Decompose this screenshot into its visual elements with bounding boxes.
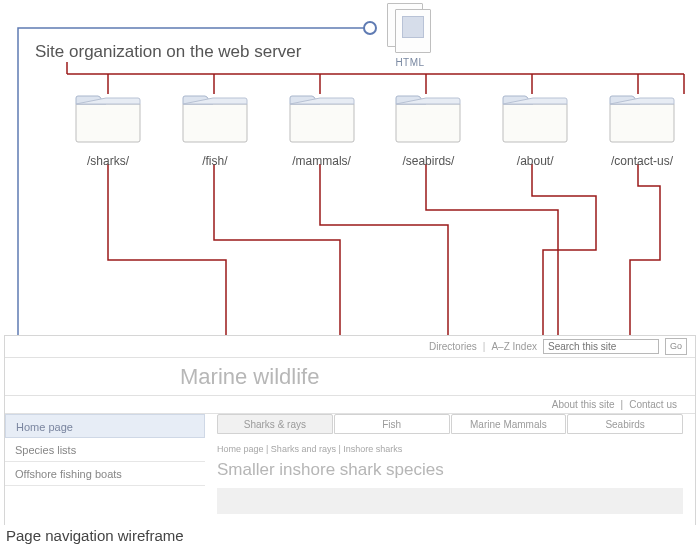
folder-label: /contact-us/ <box>592 154 692 168</box>
link-az-index[interactable]: A–Z Index <box>491 341 537 352</box>
link-contact-us[interactable]: Contact us <box>629 399 677 410</box>
folder-sharks: /sharks/ <box>58 90 158 168</box>
search-input[interactable] <box>543 339 659 354</box>
html-document-icon: HTML <box>370 3 450 68</box>
folder-label: /about/ <box>485 154 585 168</box>
folder-label: /sharks/ <box>58 154 158 168</box>
folder-label: /mammals/ <box>272 154 372 168</box>
folder-icon <box>179 90 251 144</box>
link-about-site[interactable]: About this site <box>552 399 615 410</box>
sidebar-item-boats[interactable]: Offshore fishing boats <box>5 462 205 486</box>
folder-icon <box>499 90 571 144</box>
content-placeholder <box>217 488 683 514</box>
tab-sharks[interactable]: Sharks & rays <box>217 414 333 434</box>
diagram-caption: Page navigation wireframe <box>6 527 184 544</box>
folder-fish: /fish/ <box>165 90 265 168</box>
sidebar-item-species[interactable]: Species lists <box>5 438 205 462</box>
html-document-label: HTML <box>370 57 450 68</box>
sidebar-item-home[interactable]: Home page <box>5 414 205 438</box>
folder-about: /about/ <box>485 90 585 168</box>
folder-row: /sharks/ /fish/ /mammals/ /seabirds/ <box>58 90 692 168</box>
folder-icon <box>606 90 678 144</box>
folder-icon <box>72 90 144 144</box>
wf-utility-top: Directories | A–Z Index Go <box>5 336 695 358</box>
go-button[interactable]: Go <box>665 338 687 355</box>
tab-seabirds[interactable]: Seabirds <box>567 414 683 434</box>
folder-icon <box>286 90 358 144</box>
folder-label: /fish/ <box>165 154 265 168</box>
folder-label: /seabirds/ <box>378 154 478 168</box>
folder-contact: /contact-us/ <box>592 90 692 168</box>
folder-seabirds: /seabirds/ <box>378 90 478 168</box>
site-brand: Marine wildlife <box>5 358 695 396</box>
page-heading: Smaller inshore shark species <box>217 460 683 480</box>
page-wireframe: Directories | A–Z Index Go Marine wildli… <box>4 335 696 525</box>
diagram-title: Site organization on the web server <box>35 42 302 62</box>
tab-mammals[interactable]: Marine Mammals <box>451 414 567 434</box>
main-content: Sharks & rays Fish Marine Mammals Seabir… <box>205 414 695 524</box>
sidebar: Home page Species lists Offshore fishing… <box>5 414 205 524</box>
wf-utility-secondary: About this site | Contact us <box>5 396 695 414</box>
separator: | <box>483 341 486 352</box>
folder-mammals: /mammals/ <box>272 90 372 168</box>
tab-fish[interactable]: Fish <box>334 414 450 434</box>
link-directories[interactable]: Directories <box>429 341 477 352</box>
folder-icon <box>392 90 464 144</box>
separator: | <box>621 399 624 410</box>
tab-bar: Sharks & rays Fish Marine Mammals Seabir… <box>217 414 683 434</box>
breadcrumb: Home page | Sharks and rays | Inshore sh… <box>217 444 683 454</box>
